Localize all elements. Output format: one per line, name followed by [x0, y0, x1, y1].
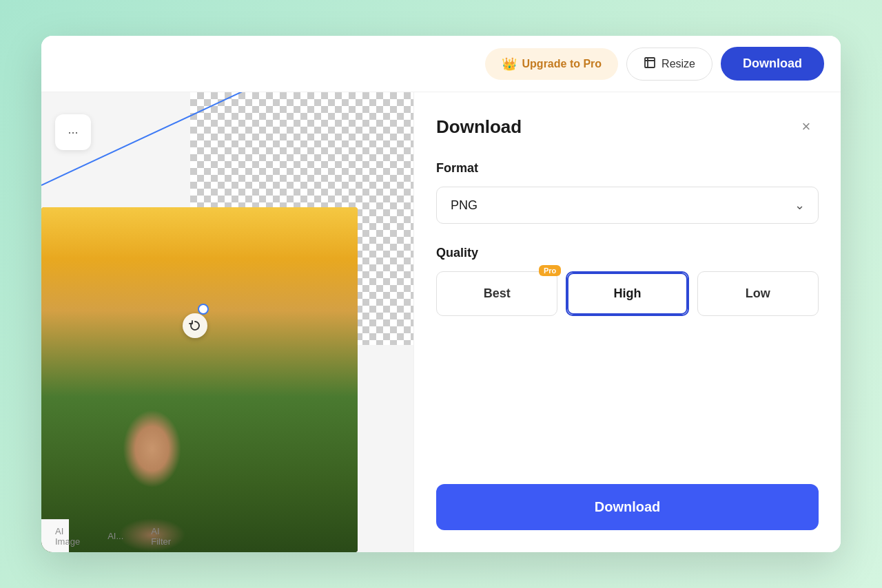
crown-icon: 👑 — [502, 56, 517, 72]
more-icon: ··· — [68, 125, 78, 140]
bottom-bar-ai-filter[interactable]: AI Filter — [151, 526, 171, 547]
bottom-bar-ai-image[interactable]: AI Image — [55, 526, 80, 547]
app-container: 👑 Upgrade to Pro Resize Download ··· — [41, 36, 841, 552]
quality-high-label: High — [613, 286, 641, 300]
upgrade-to-pro-button[interactable]: 👑 Upgrade to Pro — [485, 48, 619, 80]
bottom-bar-ai[interactable]: AI... — [107, 531, 123, 541]
format-section: Format PNG JPG WEBP ⌄ — [436, 161, 819, 224]
format-select-wrapper: PNG JPG WEBP ⌄ — [436, 187, 819, 224]
download-action-button[interactable]: Download — [436, 484, 819, 530]
edit-handle[interactable] — [198, 304, 209, 315]
quality-label: Quality — [436, 246, 819, 260]
quality-best-button[interactable]: Pro Best — [436, 271, 557, 316]
close-icon: × — [802, 118, 811, 136]
format-select[interactable]: PNG JPG WEBP — [436, 187, 819, 224]
main-content: ··· AI Image AI... — [41, 92, 841, 552]
panel-header: Download × — [436, 114, 819, 139]
svg-rect-0 — [645, 58, 655, 67]
panel-title: Download — [436, 116, 522, 138]
canvas-area: ··· AI Image AI... — [41, 92, 413, 552]
resize-label: Resize — [662, 58, 695, 70]
header: 👑 Upgrade to Pro Resize Download — [41, 36, 841, 92]
child-photo — [41, 207, 358, 552]
download-header-button[interactable]: Download — [721, 47, 824, 81]
format-label: Format — [436, 161, 819, 176]
quality-low-label: Low — [746, 286, 770, 300]
download-panel: Download × Format PNG JPG WEBP ⌄ — [413, 92, 841, 552]
photo-canvas — [41, 207, 358, 552]
quality-high-button[interactable]: High — [566, 271, 688, 316]
quality-options: Pro Best High Low — [436, 271, 819, 316]
rotate-icon[interactable] — [183, 313, 207, 338]
upgrade-label: Upgrade to Pro — [522, 58, 602, 70]
more-options-button[interactable]: ··· — [55, 114, 91, 150]
resize-button[interactable]: Resize — [626, 48, 712, 81]
quality-low-button[interactable]: Low — [697, 271, 819, 316]
quality-best-label: Best — [484, 286, 511, 300]
pro-badge: Pro — [539, 265, 561, 276]
bottom-bar: AI Image AI... AI Filter — [41, 519, 69, 552]
quality-section: Quality Pro Best High Low — [436, 246, 819, 316]
close-button[interactable]: × — [794, 114, 819, 139]
resize-icon — [644, 56, 656, 72]
